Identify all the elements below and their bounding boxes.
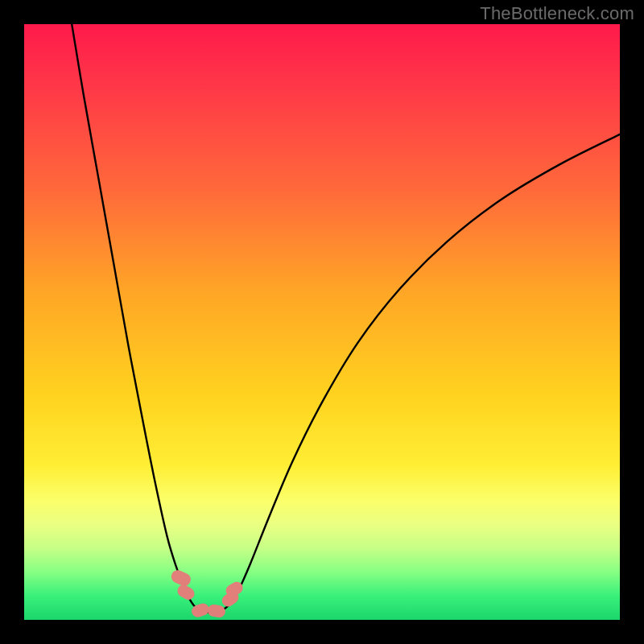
plot-area (24, 24, 620, 620)
chart-frame: TheBottleneck.com (0, 0, 644, 644)
svg-rect-0 (24, 24, 620, 620)
watermark-text: TheBottleneck.com (480, 3, 634, 24)
gradient-background (24, 24, 620, 620)
